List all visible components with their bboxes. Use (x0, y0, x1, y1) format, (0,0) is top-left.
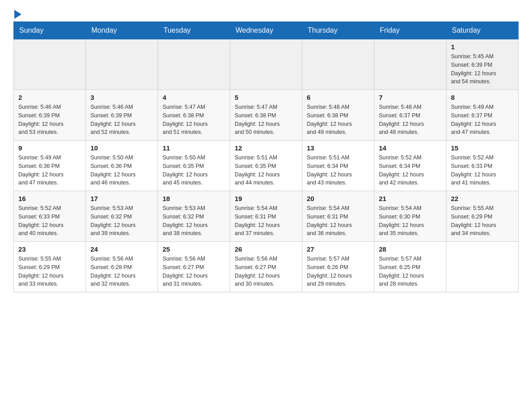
calendar-row-3: 16Sunrise: 5:52 AM Sunset: 6:33 PM Dayli… (14, 191, 519, 242)
day-info: Sunrise: 5:57 AM Sunset: 6:26 PM Dayligh… (307, 255, 369, 288)
weekday-header-friday: Friday (374, 22, 446, 39)
calendar-cell (302, 39, 374, 90)
day-info: Sunrise: 5:49 AM Sunset: 6:36 PM Dayligh… (18, 154, 81, 187)
calendar-cell: 5Sunrise: 5:47 AM Sunset: 6:38 PM Daylig… (230, 90, 302, 141)
day-number: 14 (379, 144, 442, 152)
day-number: 2 (18, 94, 81, 101)
day-number: 22 (451, 195, 514, 202)
day-info: Sunrise: 5:57 AM Sunset: 6:25 PM Dayligh… (379, 255, 442, 288)
day-info: Sunrise: 5:51 AM Sunset: 6:34 PM Dayligh… (307, 154, 369, 187)
day-number: 6 (307, 94, 369, 101)
calendar-cell: 21Sunrise: 5:54 AM Sunset: 6:30 PM Dayli… (374, 191, 446, 242)
calendar-cell: 6Sunrise: 5:48 AM Sunset: 6:38 PM Daylig… (302, 90, 374, 141)
day-number: 8 (451, 94, 514, 101)
day-info: Sunrise: 5:54 AM Sunset: 6:31 PM Dayligh… (307, 204, 369, 238)
day-number: 1 (451, 43, 514, 51)
day-number: 10 (90, 144, 153, 152)
day-info: Sunrise: 5:51 AM Sunset: 6:35 PM Dayligh… (235, 154, 297, 187)
calendar-cell: 18Sunrise: 5:53 AM Sunset: 6:32 PM Dayli… (158, 191, 230, 242)
day-info: Sunrise: 5:55 AM Sunset: 6:29 PM Dayligh… (18, 255, 81, 288)
day-number: 25 (163, 245, 225, 253)
calendar-cell: 15Sunrise: 5:52 AM Sunset: 6:33 PM Dayli… (446, 141, 519, 191)
day-info: Sunrise: 5:55 AM Sunset: 6:29 PM Dayligh… (451, 204, 514, 238)
day-number: 28 (379, 245, 442, 253)
calendar-cell: 11Sunrise: 5:50 AM Sunset: 6:35 PM Dayli… (158, 141, 230, 191)
day-number: 19 (235, 195, 297, 202)
calendar-cell: 12Sunrise: 5:51 AM Sunset: 6:35 PM Dayli… (230, 141, 302, 191)
weekday-header-wednesday: Wednesday (230, 22, 302, 39)
calendar-cell: 3Sunrise: 5:46 AM Sunset: 6:39 PM Daylig… (86, 90, 158, 141)
calendar-cell: 25Sunrise: 5:56 AM Sunset: 6:27 PM Dayli… (158, 242, 230, 292)
calendar-cell: 22Sunrise: 5:55 AM Sunset: 6:29 PM Dayli… (446, 191, 519, 242)
day-info: Sunrise: 5:56 AM Sunset: 6:27 PM Dayligh… (235, 255, 297, 288)
calendar-cell (158, 39, 230, 90)
day-info: Sunrise: 5:54 AM Sunset: 6:31 PM Dayligh… (235, 204, 297, 238)
day-info: Sunrise: 5:50 AM Sunset: 6:35 PM Dayligh… (163, 154, 225, 187)
calendar-cell: 2Sunrise: 5:46 AM Sunset: 6:39 PM Daylig… (14, 90, 86, 141)
svg-marker-0 (14, 10, 21, 19)
calendar-cell (230, 39, 302, 90)
calendar-cell: 7Sunrise: 5:48 AM Sunset: 6:37 PM Daylig… (374, 90, 446, 141)
day-number: 24 (90, 245, 153, 253)
day-number: 3 (90, 94, 153, 101)
day-info: Sunrise: 5:53 AM Sunset: 6:32 PM Dayligh… (90, 204, 153, 238)
day-info: Sunrise: 5:48 AM Sunset: 6:38 PM Dayligh… (307, 103, 369, 137)
day-number: 5 (235, 94, 297, 101)
calendar-cell: 13Sunrise: 5:51 AM Sunset: 6:34 PM Dayli… (302, 141, 374, 191)
page-header (13, 9, 519, 17)
day-number: 20 (307, 195, 369, 202)
calendar-cell: 23Sunrise: 5:55 AM Sunset: 6:29 PM Dayli… (14, 242, 86, 292)
day-info: Sunrise: 5:50 AM Sunset: 6:36 PM Dayligh… (90, 154, 153, 187)
day-number: 16 (18, 195, 81, 202)
day-info: Sunrise: 5:47 AM Sunset: 6:38 PM Dayligh… (163, 103, 225, 137)
weekday-header-saturday: Saturday (446, 22, 519, 39)
calendar-cell: 16Sunrise: 5:52 AM Sunset: 6:33 PM Dayli… (14, 191, 86, 242)
calendar-row-0: 1Sunrise: 5:45 AM Sunset: 6:39 PM Daylig… (14, 39, 519, 90)
day-info: Sunrise: 5:53 AM Sunset: 6:32 PM Dayligh… (163, 204, 225, 238)
calendar-cell: 28Sunrise: 5:57 AM Sunset: 6:25 PM Dayli… (374, 242, 446, 292)
calendar-cell: 20Sunrise: 5:54 AM Sunset: 6:31 PM Dayli… (302, 191, 374, 242)
calendar-cell: 10Sunrise: 5:50 AM Sunset: 6:36 PM Dayli… (86, 141, 158, 191)
day-number: 13 (307, 144, 369, 152)
calendar-cell (374, 39, 446, 90)
calendar-cell: 4Sunrise: 5:47 AM Sunset: 6:38 PM Daylig… (158, 90, 230, 141)
calendar-cell: 1Sunrise: 5:45 AM Sunset: 6:39 PM Daylig… (446, 39, 519, 90)
logo (13, 9, 21, 17)
day-info: Sunrise: 5:56 AM Sunset: 6:28 PM Dayligh… (90, 255, 153, 288)
day-number: 12 (235, 144, 297, 152)
day-number: 17 (90, 195, 153, 202)
calendar-cell: 26Sunrise: 5:56 AM Sunset: 6:27 PM Dayli… (230, 242, 302, 292)
day-number: 23 (18, 245, 81, 253)
calendar-cell: 27Sunrise: 5:57 AM Sunset: 6:26 PM Dayli… (302, 242, 374, 292)
weekday-header-tuesday: Tuesday (158, 22, 230, 39)
weekday-header-sunday: Sunday (14, 22, 86, 39)
calendar-cell (86, 39, 158, 90)
calendar-cell: 8Sunrise: 5:49 AM Sunset: 6:37 PM Daylig… (446, 90, 519, 141)
calendar-cell: 19Sunrise: 5:54 AM Sunset: 6:31 PM Dayli… (230, 191, 302, 242)
calendar-cell: 24Sunrise: 5:56 AM Sunset: 6:28 PM Dayli… (86, 242, 158, 292)
calendar-row-4: 23Sunrise: 5:55 AM Sunset: 6:29 PM Dayli… (14, 242, 519, 292)
day-info: Sunrise: 5:52 AM Sunset: 6:33 PM Dayligh… (18, 204, 81, 238)
day-number: 21 (379, 195, 442, 202)
logo-arrow-icon (14, 10, 21, 19)
calendar-cell: 17Sunrise: 5:53 AM Sunset: 6:32 PM Dayli… (86, 191, 158, 242)
calendar-row-2: 9Sunrise: 5:49 AM Sunset: 6:36 PM Daylig… (14, 141, 519, 191)
day-info: Sunrise: 5:49 AM Sunset: 6:37 PM Dayligh… (451, 103, 514, 137)
day-info: Sunrise: 5:48 AM Sunset: 6:37 PM Dayligh… (379, 103, 442, 137)
calendar-cell: 9Sunrise: 5:49 AM Sunset: 6:36 PM Daylig… (14, 141, 86, 191)
day-info: Sunrise: 5:46 AM Sunset: 6:39 PM Dayligh… (90, 103, 153, 137)
day-info: Sunrise: 5:52 AM Sunset: 6:33 PM Dayligh… (451, 154, 514, 187)
day-number: 7 (379, 94, 442, 101)
day-number: 27 (307, 245, 369, 253)
day-info: Sunrise: 5:56 AM Sunset: 6:27 PM Dayligh… (163, 255, 225, 288)
weekday-header-monday: Monday (86, 22, 158, 39)
calendar-cell (446, 242, 519, 292)
calendar-cell: 14Sunrise: 5:52 AM Sunset: 6:34 PM Dayli… (374, 141, 446, 191)
day-number: 15 (451, 144, 514, 152)
day-info: Sunrise: 5:54 AM Sunset: 6:30 PM Dayligh… (379, 204, 442, 238)
calendar-table: SundayMondayTuesdayWednesdayThursdayFrid… (13, 21, 519, 292)
weekday-header-thursday: Thursday (302, 22, 374, 39)
day-info: Sunrise: 5:46 AM Sunset: 6:39 PM Dayligh… (18, 103, 81, 137)
day-number: 18 (163, 195, 225, 202)
day-number: 9 (18, 144, 81, 152)
